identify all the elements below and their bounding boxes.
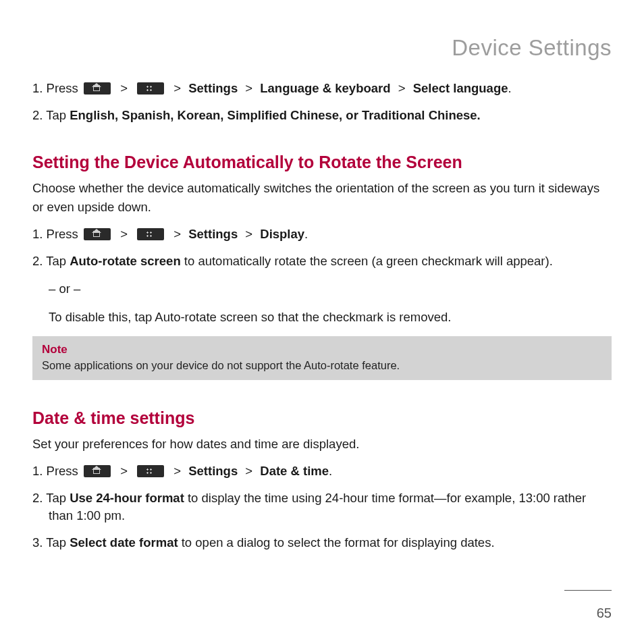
breadcrumb-separator: > — [120, 81, 128, 95]
breadcrumb-separator: > — [245, 227, 252, 241]
datetime-step-1: 1. Press > > Settings > Date & time. — [32, 462, 612, 480]
heading-date-time: Date & time settings — [32, 408, 612, 428]
note-text: Some applications on your device do not … — [42, 359, 602, 372]
text: To disable this, tap — [49, 310, 155, 324]
crumb-select-language: Select language — [413, 81, 508, 95]
breadcrumb-separator: > — [173, 227, 181, 241]
step-prefix: 2. Tap — [32, 254, 70, 268]
language-list: English, Spanish, Korean, Simplified Chi… — [70, 108, 481, 122]
step-1-select-language: 1. Press > > Settings > Language & keybo… — [32, 80, 612, 97]
home-key-icon — [84, 465, 111, 477]
note-title: Note — [42, 343, 602, 356]
breadcrumb-separator: > — [245, 464, 252, 478]
datetime-step-3: 3. Tap Select date format to open a dial… — [32, 534, 612, 552]
step-rest: to open a dialog to select the format fo… — [178, 535, 495, 549]
step-prefix: 1. Press — [32, 81, 82, 95]
page-number: 65 — [564, 606, 612, 621]
page-footer: 65 — [564, 590, 612, 621]
footer-rule — [564, 590, 612, 591]
period: . — [304, 227, 308, 241]
manual-page: Device Settings 1. Press > > Settings > … — [0, 0, 644, 552]
datetime-step-2: 2. Tap Use 24-hour format to display the… — [32, 489, 612, 525]
breadcrumb-separator: > — [245, 81, 252, 95]
breadcrumb-separator: > — [120, 227, 128, 241]
intro-auto-rotate: Choose whether the device automatically … — [32, 179, 612, 217]
step-rest: to automatically rotate the screen (a gr… — [181, 254, 553, 268]
apps-key-icon — [137, 465, 164, 477]
breadcrumb-separator: > — [173, 81, 181, 95]
crumb-display: Display — [260, 227, 304, 241]
page-title: Device Settings — [32, 35, 612, 61]
heading-auto-rotate: Setting the Device Automatically to Rota… — [32, 153, 612, 172]
intro-date-time: Set your preferences for how dates and t… — [32, 435, 612, 454]
step-prefix: 2. Tap — [32, 491, 70, 505]
auto-rotate-label: Auto-rotate screen — [155, 310, 257, 324]
apps-key-icon — [137, 82, 164, 95]
period: . — [329, 464, 332, 478]
crumb-settings: Settings — [188, 464, 238, 478]
crumb-language-keyboard: Language & keyboard — [260, 81, 390, 95]
rotate-step-1: 1. Press > > Settings > Display. — [32, 225, 612, 243]
or-separator: – or – — [32, 279, 612, 298]
step-prefix: 2. Tap — [32, 108, 70, 122]
rotate-step-2: 2. Tap Auto-rotate screen to automatical… — [32, 252, 612, 270]
text: so that the checkmark is removed. — [258, 310, 452, 324]
breadcrumb-separator: > — [120, 464, 128, 478]
home-key-icon — [84, 82, 111, 95]
apps-key-icon — [137, 228, 164, 240]
step-prefix: 1. Press — [32, 464, 82, 478]
select-date-format-label: Select date format — [70, 535, 178, 549]
crumb-date-time: Date & time — [260, 464, 329, 478]
step-2-tap-language: 2. Tap English, Spanish, Korean, Simplif… — [32, 107, 612, 124]
period: . — [508, 81, 511, 95]
step-prefix: 3. Tap — [32, 535, 70, 549]
note-box: Note Some applications on your device do… — [32, 336, 612, 380]
crumb-settings: Settings — [188, 227, 238, 241]
rotate-disable-text: To disable this, tap Auto-rotate screen … — [32, 308, 612, 327]
breadcrumb-separator: > — [173, 464, 181, 478]
breadcrumb-separator: > — [398, 81, 406, 95]
use-24h-label: Use 24-hour format — [70, 491, 184, 505]
home-key-icon — [84, 228, 111, 240]
crumb-settings: Settings — [188, 81, 238, 95]
step-prefix: 1. Press — [32, 227, 82, 241]
auto-rotate-label: Auto-rotate screen — [70, 254, 180, 268]
